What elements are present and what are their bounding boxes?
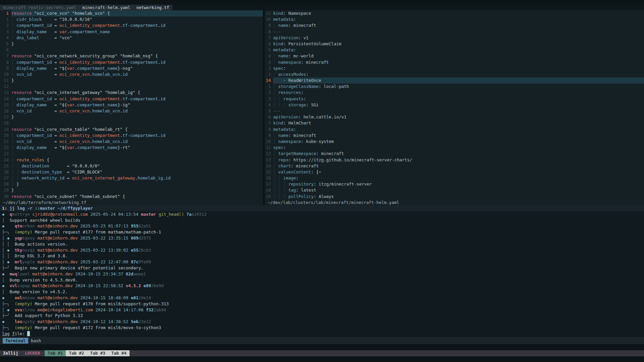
code-line: 1resource "oci_core_vcn" "homelab_vcn" {	[0, 10, 263, 16]
code-line: 14│ chart: minecraft	[265, 163, 644, 169]
line-number: 11	[0, 77, 11, 84]
line-number: 23	[0, 151, 11, 157]
log-line: ◆ qtnorkxn matt@einhorn.dev 2025-03-23 0…	[0, 223, 644, 229]
line-number: 24	[0, 157, 11, 163]
line-number: 16	[265, 175, 273, 181]
log-line: │ │ Drop EOL 3.7 and 3.8.	[0, 253, 644, 259]
log-line: ├─╯ Begin new primary device after poten…	[0, 265, 644, 271]
log-line: ├─╮ (empty) Merge pull request #177 from…	[0, 229, 644, 235]
terminal-tabs: Terminalbash	[3, 338, 44, 344]
log-line: ├─╮ (empty) Merge pull request #170 from…	[0, 301, 644, 307]
line-number: 1	[0, 10, 11, 16]
log-line: ├─╮ (empty) Merge pull request #172 from…	[0, 325, 644, 331]
code-line: 17│ │ │ repository: itzg/minecraft-serve…	[265, 181, 644, 187]
line-number: 7	[265, 120, 273, 126]
code-line: 19resource "oci_core_route_table" "homel…	[0, 126, 263, 133]
bufferline: minecraft-restic-secrets.yamlminecraft-h…	[0, 5, 263, 10]
line-number: 7	[0, 53, 11, 59]
line-number: 10	[265, 16, 273, 22]
code-line: 9│ name: minecraft	[265, 133, 644, 139]
code-line: 13│ repo: https://itzg.github.io/minecra…	[265, 157, 644, 163]
code-line: 9│ name: minecraft	[265, 22, 644, 29]
zellij-tab[interactable]: Tab #3	[87, 350, 108, 356]
code-line: 3│ namespace: minecraft	[265, 59, 644, 65]
line-number: 7	[265, 35, 273, 41]
code-line: 9│ display_name = "${var.compartment_nam…	[0, 65, 263, 71]
code-line: 7kind: HelmChart	[265, 120, 644, 126]
code-line: 11kind: Namespace	[265, 10, 644, 16]
line-number: 30	[0, 194, 11, 200]
code-line: 12	[0, 84, 263, 90]
line-number: 17	[265, 181, 273, 187]
line-number: 3	[0, 29, 11, 35]
line-number: 18	[265, 187, 273, 193]
line-number: 2	[265, 65, 273, 71]
code-line: 5metadata:	[265, 47, 644, 53]
line-number: 16	[0, 108, 11, 114]
code-line: 17}	[0, 114, 263, 120]
line-number: 12	[265, 151, 273, 157]
line-number: 14	[0, 96, 11, 102]
code-line: 10│ vcn_id = oci_core_vcn.homelab_vcn.id	[0, 71, 263, 77]
buffer-tabs: minecraft-restic-secrets.yamlminecraft-h…	[0, 5, 172, 10]
zellij-tab[interactable]: Tab #4	[108, 350, 130, 356]
prompt-line[interactable]: log file:	[0, 331, 644, 337]
code-line: 21│ vcn_id = oci_core_vcn.homelab_vcn.id	[0, 139, 263, 145]
line-number: 19	[0, 126, 11, 133]
code-area-terraform[interactable]: 1resource "oci_core_vcn" "homelab_vcn" {…	[0, 10, 263, 200]
bottom-margin	[0, 356, 644, 362]
code-line: 2│ resources:	[265, 90, 644, 96]
code-line: 14│ compartment_id = oci_identity_compar…	[0, 96, 263, 102]
log-line: │ ◆ vvxxlrnu me@mirkogalimberti.com 2024…	[0, 307, 644, 313]
line-number: 17	[0, 114, 11, 120]
code-line: 29}	[0, 187, 263, 193]
zellij-tab[interactable]: Tab #1	[45, 350, 66, 356]
line-number: 8	[265, 29, 273, 35]
code-line: 3│ │ requests:	[265, 96, 644, 102]
terminal-tab-terminal[interactable]: Terminal	[3, 338, 28, 344]
line-number: 9	[265, 133, 273, 139]
code-line: 10metadata:	[265, 16, 644, 22]
buffer-tab[interactable]: minecraft-helm.yaml	[79, 5, 133, 10]
code-line: 2│ compartment_id = oci_identity_compart…	[0, 22, 263, 29]
log-line: ├─╯ Add support for Python 3.13	[0, 313, 644, 319]
line-number: 14	[265, 77, 273, 84]
terminal-pane[interactable]: 1: jj log -r ::master ~/d/ffpyplayer◆ qm…	[0, 205, 644, 337]
line-number: 2	[265, 90, 273, 96]
code-line: 3│ display_name = var.compartment_name	[0, 29, 263, 35]
zellij-session: minecraft-restic-secrets.yamlminecraft-h…	[0, 0, 644, 362]
command-line: 1: jj log -r ::master ~/d/ffpyplayer	[0, 205, 644, 211]
gap-above-status-bar	[0, 344, 644, 350]
zellij-logo: Zellij	[0, 350, 21, 356]
log-line: │ ◆ tkynxvqz matt@einhorn.dev 2025-03-22…	[0, 247, 644, 253]
editor-pane-yaml[interactable]: 11kind: Namespace10metadata:9│ name: min…	[265, 5, 644, 205]
line-number: 4	[265, 102, 273, 108]
code-line: 1│ cidr_block = "10.0.0.0/16"	[0, 16, 263, 22]
line-number: 8	[0, 59, 11, 65]
right-pane-top-strip	[265, 5, 644, 10]
statusline-right: ~/dev/lab/clusters/lab/minecraft/minecra…	[265, 200, 644, 205]
buffer-tab[interactable]: networking.tf	[133, 5, 172, 10]
line-number: 13	[0, 90, 11, 96]
log-line: │ ◆ yqptqxsy matt@einhorn.dev 2025-03-22…	[0, 235, 644, 241]
code-area-yaml[interactable]: 11kind: Namespace10metadata:9│ name: min…	[265, 10, 644, 200]
code-line: 28│ }	[0, 181, 263, 187]
line-number: 6	[265, 41, 273, 47]
line-number: 21	[0, 139, 11, 145]
code-line: 1│ storageClassName: local-path	[265, 84, 644, 90]
editor-pane-terraform[interactable]: minecraft-restic-secrets.yamlminecraft-h…	[0, 5, 263, 205]
terminal-tab-bar: Terminalbash	[0, 337, 644, 344]
line-number: 9	[265, 22, 273, 29]
statusline-left: ~/dev/lab/terraform/networking.tf	[0, 200, 263, 205]
line-number: 6	[265, 114, 273, 120]
zellij-tab[interactable]: Tab #2	[66, 350, 87, 356]
terminal-tab-bash[interactable]: bash	[28, 338, 44, 344]
buffer-tab[interactable]: minecraft-restic-secrets.yaml	[0, 5, 79, 10]
code-line: 6kind: PersistentVolumeClaim	[265, 41, 644, 47]
code-line: 20│ compartment_id = oci_identity_compar…	[0, 133, 263, 139]
log-line: │ ◆ mrlyvplo matt@einhorn.dev 2025-03-22…	[0, 259, 644, 265]
code-line: 7resource "oci_core_network_security_gro…	[0, 53, 263, 59]
zellij-mode-indicator: LOCKED	[21, 350, 43, 356]
code-line: 10│ namespace: kube-system	[265, 139, 644, 145]
line-number: 9	[0, 65, 11, 71]
